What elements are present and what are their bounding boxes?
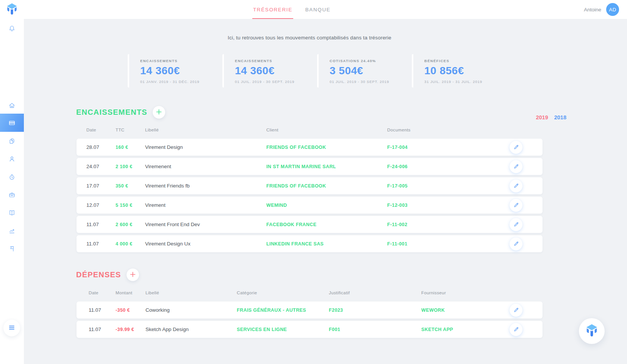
pencil-icon <box>513 202 519 208</box>
pencil-icon <box>513 144 519 150</box>
cell-label: Virement <box>145 202 266 208</box>
book-icon <box>8 209 16 216</box>
cell-amount: 4 000 € <box>116 241 145 247</box>
column-header-client: Client <box>266 128 387 132</box>
cell-amount: -39.99 € <box>116 327 145 332</box>
stats-row: ENCAISSEMENTS14 360€01 JANV. 2019 - 31 D… <box>128 54 507 87</box>
user-icon <box>8 155 16 162</box>
edit-cell <box>510 237 522 250</box>
cell-justificatif[interactable]: F2023 <box>329 308 421 313</box>
cell-label: Virement Front End Dev <box>145 222 266 227</box>
table-row[interactable]: 11.07-39.99 €Sketch App DesignSERVICES E… <box>77 321 543 338</box>
cell-date: 11.07 <box>89 327 116 332</box>
pencil-icon <box>513 222 519 227</box>
add-depense-button[interactable] <box>127 269 139 281</box>
tab-trsorerie[interactable]: TRÉSORERIE <box>253 0 292 19</box>
edit-row-button[interactable] <box>510 218 522 231</box>
sidebar-item-clients[interactable] <box>0 153 24 164</box>
sidebar-item-notifications[interactable] <box>0 23 24 34</box>
edit-cell <box>510 160 522 173</box>
avatar[interactable]: AD <box>606 3 619 16</box>
edit-row-button[interactable] <box>510 160 522 173</box>
edit-row-button[interactable] <box>510 323 522 336</box>
stat-value: 14 360€ <box>235 65 317 77</box>
table-row[interactable]: 17.07350 €Virement Friends fbFRIENDS OF … <box>77 177 543 194</box>
briefcase-icon <box>8 191 16 198</box>
column-header-documents: Documents <box>387 128 497 132</box>
cell-label: Virement Friends fb <box>145 183 266 189</box>
cell-fournisseur: WEWORK <box>421 308 497 313</box>
plus-icon <box>156 109 162 116</box>
sidebar-item-business[interactable] <box>0 189 24 200</box>
edit-cell <box>510 141 522 154</box>
stat-label: COTISATIONS 24.40% <box>330 59 412 63</box>
edit-row-button[interactable] <box>510 237 522 250</box>
main-tabs: TRÉSORERIEBANQUE <box>253 0 330 19</box>
table-row[interactable]: 28.07160 €Virement DesignFRIENDS OF FACE… <box>77 139 543 156</box>
cell-client: IN ST MARTIN MARINE SARL <box>266 164 387 169</box>
stat-card-1: ENCAISSEMENTS14 360€01 JUIL. 2019 - 30 S… <box>222 54 317 87</box>
year-button-2018[interactable]: 2018 <box>554 114 566 120</box>
cell-date: 11.07 <box>86 241 116 247</box>
stat-value: 10 856€ <box>424 65 507 77</box>
sidebar-item-documents[interactable] <box>0 135 24 147</box>
documents-icon <box>8 137 16 145</box>
table-row[interactable]: 11.07-350 €CoworkingFRAIS GÉNÉRAUX - AUT… <box>77 302 543 319</box>
table-row[interactable]: 12.075 150 €VirementWEMINDF-12-003 <box>77 197 543 214</box>
table-row[interactable]: 11.074 000 €Virement Design UxLINKEDIN F… <box>77 235 543 252</box>
cell-document[interactable]: F-12-003 <box>387 203 497 208</box>
cell-date: 17.07 <box>86 183 116 189</box>
cell-document[interactable]: F-17-005 <box>387 183 497 189</box>
cell-document[interactable]: F-24-006 <box>387 164 497 169</box>
edit-cell <box>510 218 522 231</box>
edit-cell <box>510 304 522 317</box>
sidebar-item-library[interactable] <box>0 207 24 218</box>
sidebar-item-goals[interactable] <box>0 243 24 254</box>
edit-row-button[interactable] <box>510 199 522 212</box>
sidebar-item-stats[interactable] <box>0 225 24 236</box>
sidebar-menu-button[interactable] <box>3 320 20 336</box>
stopwatch-icon <box>8 173 16 181</box>
sidebar-item-time[interactable] <box>0 171 24 183</box>
stat-label: BÉNÉFICES <box>424 59 507 63</box>
add-encaissement-button[interactable] <box>153 106 165 119</box>
brand-logo-icon <box>585 323 599 339</box>
brand-fab-button[interactable] <box>579 318 605 344</box>
topbar: TRÉSORERIEBANQUE Antoine AD <box>0 0 627 19</box>
table-header: DateMontantLibelléCatégorieJustificatifF… <box>77 289 543 297</box>
tab-banque[interactable]: BANQUE <box>305 0 331 19</box>
cell-client: LINKEDIN FRANCE SAS <box>266 241 387 247</box>
column-header-date: Date <box>86 128 116 132</box>
user-name: Antoine <box>584 7 601 12</box>
edit-row-button[interactable] <box>510 180 522 192</box>
cell-amount: -350 € <box>116 308 145 313</box>
year-button-2019[interactable]: 2019 <box>536 114 548 120</box>
cell-label: Virement Design Ux <box>145 241 266 247</box>
cell-date: 24.07 <box>86 164 116 169</box>
edit-row-button[interactable] <box>510 304 522 317</box>
depenses-header: DÉPENSES <box>76 269 139 281</box>
sidebar-item-treasury[interactable] <box>0 117 24 128</box>
column-header-date: Date <box>89 291 116 295</box>
cell-date: 28.07 <box>86 144 116 150</box>
edit-row-button[interactable] <box>510 141 522 154</box>
pencil-icon <box>513 307 519 313</box>
encaissements-table: DateTTCLibelléClientDocuments28.07160 €V… <box>77 126 543 255</box>
pencil-icon <box>513 183 519 189</box>
cell-fournisseur: SKETCH APP <box>421 327 497 332</box>
cell-client: FRIENDS OF FACEBOOK <box>266 145 387 150</box>
sidebar-item-home[interactable] <box>0 100 24 111</box>
stat-value: 3 504€ <box>330 65 412 77</box>
main-content: Ici, tu retrouves tous les mouvements co… <box>24 19 627 364</box>
cell-amount: 5 150 € <box>116 203 145 208</box>
cell-document[interactable]: F-17-004 <box>387 145 497 150</box>
table-row[interactable]: 11.072 600 €Virement Front End DevFACEBO… <box>77 216 543 233</box>
cell-date: 11.07 <box>86 222 116 227</box>
cell-document[interactable]: F-11-001 <box>387 241 497 247</box>
pencil-icon <box>513 164 519 169</box>
flag-icon <box>8 245 16 252</box>
pencil-icon <box>513 241 519 247</box>
table-row[interactable]: 24.072 100 €ViremenentIN ST MARTIN MARIN… <box>77 158 543 175</box>
cell-justificatif[interactable]: F001 <box>329 327 421 332</box>
cell-document[interactable]: F-11-002 <box>387 222 497 227</box>
